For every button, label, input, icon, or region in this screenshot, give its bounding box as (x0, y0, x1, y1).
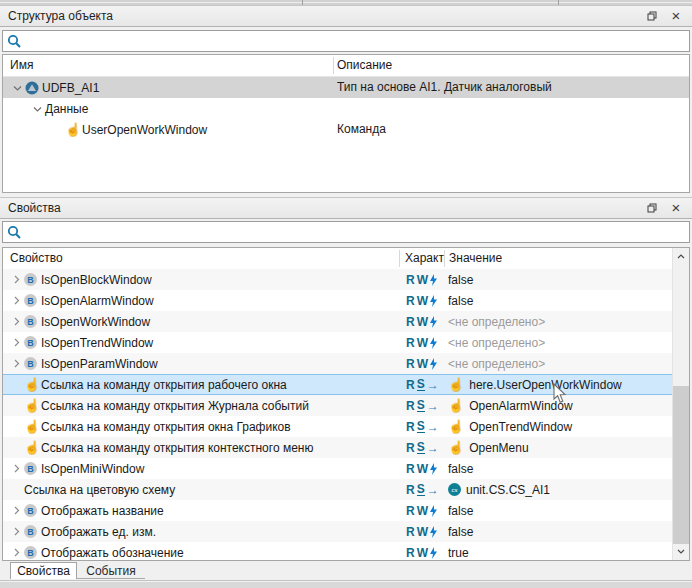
property-row[interactable]: BОтображать обозначениеRWtrue (3, 542, 672, 561)
char-read: R (406, 546, 415, 560)
property-row[interactable]: BIsOpenAlarmWindowRWfalse (3, 290, 672, 311)
property-value-cell[interactable]: false (444, 459, 672, 478)
property-row[interactable]: BIsOpenMiniWindowRWfalse (3, 458, 672, 479)
char-read: R (406, 273, 415, 287)
property-name-cell: ☝Ссылка на команду открытия рабочего окн… (3, 375, 399, 394)
property-name-label: Ссылка на команду открытия Журнала событ… (41, 399, 309, 413)
property-value-cell[interactable]: false (444, 522, 672, 541)
property-value-cell[interactable]: ☝OpenMenu (444, 438, 672, 457)
hand-command-icon: ☝ (24, 420, 40, 433)
expander-collapse-icon[interactable] (9, 506, 24, 515)
boolean-property-icon: B (24, 525, 37, 538)
property-value-cell[interactable]: <не определено> (444, 333, 672, 352)
char-arrow-icon: → (427, 441, 439, 455)
property-row[interactable]: Ссылка на цветовую схемуRS→csunit.CS.CS_… (3, 479, 672, 500)
char-write: W (417, 273, 428, 287)
tree-row[interactable]: ☝UserOpenWorkWindowКоманда (3, 119, 689, 140)
tree-row[interactable]: UDFB_AI1Тип на основе AI1. Датчик аналог… (3, 77, 689, 98)
properties-rows: BIsOpenBlockWindowRWfalseBIsOpenAlarmWin… (3, 269, 672, 561)
char-read: R (406, 378, 415, 392)
tree-column-description[interactable]: Описание (337, 58, 392, 72)
structure-search-input[interactable] (26, 33, 689, 49)
char-write: W (417, 546, 428, 560)
property-row[interactable]: BIsOpenTrendWindowRW<не определено> (3, 332, 672, 353)
tree-header[interactable]: Имя Описание (3, 55, 689, 77)
property-value-text: OpenTrendWindow (469, 420, 572, 434)
expander-collapse-icon[interactable] (9, 275, 24, 284)
property-row[interactable]: ☝Ссылка на команду открытия Журнала собы… (3, 395, 672, 416)
column-characteristics[interactable]: Характ (405, 251, 444, 265)
property-characteristics-cell: RW (399, 270, 444, 289)
close-panel-icon[interactable]: × (668, 8, 684, 24)
boolean-property-icon: B (24, 294, 37, 307)
tree-column-name[interactable]: Имя (10, 58, 33, 72)
property-name-label: Отображать ед. изм. (41, 525, 156, 539)
property-value-cell[interactable]: true (444, 543, 672, 561)
tab-properties[interactable]: Свойства (10, 562, 77, 579)
event-bolt-icon (430, 295, 437, 307)
property-characteristics-cell: RW (399, 354, 444, 373)
property-value-cell[interactable]: <не определено> (444, 354, 672, 373)
property-row[interactable]: BОтображать названиеRWfalse (3, 500, 672, 521)
tree-item-label: UDFB_AI1 (42, 81, 99, 95)
hand-command-icon: ☝ (24, 399, 40, 412)
property-name-label: Отображать название (41, 504, 164, 518)
close-panel-icon[interactable]: × (668, 200, 684, 216)
expander-collapse-icon[interactable] (9, 464, 24, 473)
property-row[interactable]: ☝Ссылка на команду открытия рабочего окн… (3, 374, 672, 395)
tab-properties-label: Свойства (17, 564, 70, 578)
property-name-cell: BОтображать обозначение (3, 543, 399, 561)
expander-collapse-icon[interactable] (29, 105, 45, 113)
expander-collapse-icon[interactable] (9, 359, 24, 368)
expander-collapse-icon[interactable] (9, 338, 24, 347)
property-value-text: true (448, 546, 469, 560)
property-value-cell[interactable]: false (444, 291, 672, 310)
event-bolt-icon (430, 358, 437, 370)
property-name-cell: BОтображать название (3, 501, 399, 520)
property-row[interactable]: BОтображать ед. изм.RWfalse (3, 521, 672, 542)
property-value-cell[interactable]: ☝OpenAlarmWindow (444, 396, 672, 415)
scrollbar-thumb[interactable] (673, 386, 689, 544)
property-name-label: Ссылка на команду открытия окна Графиков (41, 420, 291, 434)
property-row[interactable]: ☝Ссылка на команду открытия окна Графико… (3, 416, 672, 437)
expander-collapse-icon[interactable] (9, 527, 24, 536)
vertical-scrollbar[interactable] (672, 248, 689, 560)
column-property[interactable]: Свойство (10, 251, 63, 265)
property-characteristics-cell: RW (399, 522, 444, 541)
property-row[interactable]: BIsOpenWorkWindowRW<не определено> (3, 311, 672, 332)
property-characteristics-cell: RS→ (399, 480, 444, 499)
property-value-cell[interactable]: csunit.CS.CS_AI1 (444, 480, 672, 499)
property-characteristics-cell: RS→ (399, 417, 444, 436)
properties-table-header[interactable]: Свойство Характ Значение (3, 248, 689, 270)
property-value-cell[interactable]: false (444, 270, 672, 289)
property-name-label: IsOpenTrendWindow (41, 336, 153, 350)
hand-command-icon: ☝ (448, 378, 464, 391)
float-panel-icon[interactable] (644, 200, 660, 216)
tree-item-label: UserOpenWorkWindow (82, 123, 207, 137)
tree-row[interactable]: Данные (3, 98, 689, 119)
expander-collapse-icon[interactable] (9, 296, 24, 305)
property-characteristics-cell: RW (399, 501, 444, 520)
properties-search-input[interactable] (26, 224, 689, 240)
tab-events-label: События (86, 564, 136, 578)
float-panel-icon[interactable] (644, 8, 660, 24)
property-value-cell[interactable]: false (444, 501, 672, 520)
scroll-down-icon[interactable] (673, 543, 689, 560)
property-value-cell[interactable]: <не определено> (444, 312, 672, 331)
property-value-cell[interactable]: ☝here.UserOpenWorkWindow (444, 375, 672, 394)
property-value-cell[interactable]: ☝OpenTrendWindow (444, 417, 672, 436)
expander-collapse-icon[interactable] (9, 548, 24, 557)
properties-search-box[interactable] (2, 221, 690, 243)
expander-collapse-icon[interactable] (9, 84, 25, 92)
property-row[interactable]: BIsOpenBlockWindowRWfalse (3, 269, 672, 290)
column-value[interactable]: Значение (449, 251, 502, 265)
property-row[interactable]: BIsOpenParamWindowRW<не определено> (3, 353, 672, 374)
structure-search-box[interactable] (2, 30, 690, 52)
expander-collapse-icon[interactable] (9, 317, 24, 326)
scroll-up-icon[interactable] (673, 248, 689, 265)
property-row[interactable]: ☝Ссылка на команду открытия контекстного… (3, 437, 672, 458)
property-name-cell: ☝Ссылка на команду открытия окна Графико… (3, 417, 399, 436)
tab-events[interactable]: События (77, 562, 145, 579)
search-icon (7, 34, 22, 49)
property-name-cell: BIsOpenAlarmWindow (3, 291, 399, 310)
